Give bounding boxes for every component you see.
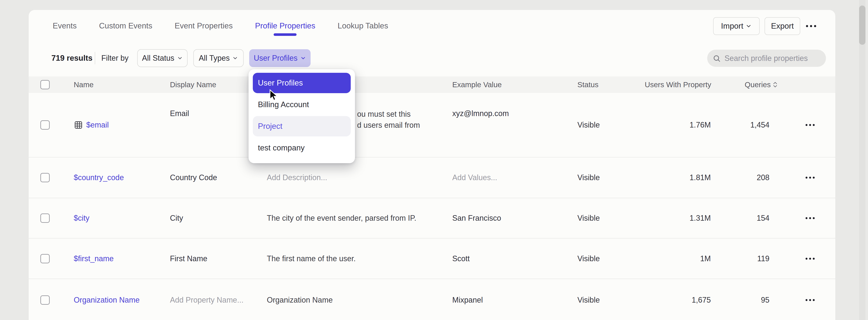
dropdown-item-test-company[interactable]: test company xyxy=(253,138,351,158)
select-all-checkbox[interactable] xyxy=(40,80,50,89)
search-input[interactable] xyxy=(724,54,820,63)
display-name-cell[interactable]: Add Property Name... xyxy=(170,295,243,305)
users-with-property-value: 1M xyxy=(700,254,711,263)
display-name-cell[interactable]: City xyxy=(170,214,183,223)
table-row: $city City The city of the event sender,… xyxy=(29,198,835,238)
column-header-example-value[interactable]: Example Value xyxy=(452,80,502,89)
users-with-property-value: 1,675 xyxy=(692,295,711,305)
dropdown-item-billing-account[interactable]: Billing Account xyxy=(253,95,351,115)
status-text: Visible xyxy=(578,254,600,263)
users-with-property-value: 1.76M xyxy=(689,120,711,130)
export-button-label: Export xyxy=(771,22,794,31)
queries-header-label: Queries xyxy=(745,80,771,89)
filter-bar: 719 results Filter by All Status All Typ… xyxy=(29,49,835,67)
profile-type-filter-dropdown[interactable]: User Profiles xyxy=(249,49,311,67)
ellipsis-icon xyxy=(806,299,807,301)
profile-properties-page: EventsCustom EventsEvent PropertiesProfi… xyxy=(0,0,868,320)
type-filter-dropdown[interactable]: All Types xyxy=(193,49,244,67)
status-text: Visible xyxy=(578,295,600,305)
status-text: Visible xyxy=(578,214,600,223)
scrollbar-track[interactable] xyxy=(859,0,865,320)
row-more-button[interactable] xyxy=(802,124,818,126)
column-header-queries[interactable]: Queries xyxy=(745,80,779,89)
dropdown-item-user-profiles[interactable]: User Profiles xyxy=(253,73,351,93)
scrollbar-thumb[interactable] xyxy=(859,5,865,45)
property-name-text: $country_code xyxy=(74,173,124,182)
row-checkbox[interactable] xyxy=(40,295,50,305)
queries-value: 95 xyxy=(761,295,769,305)
status-filter-label: All Status xyxy=(142,54,174,63)
status-filter-dropdown[interactable]: All Status xyxy=(137,49,188,67)
table-row: $email Email ou must set thisd users ema… xyxy=(29,93,835,157)
chevron-down-icon xyxy=(300,55,306,61)
property-name-link[interactable]: $email xyxy=(74,120,109,130)
example-value-cell[interactable]: Add Values... xyxy=(452,173,497,182)
ellipsis-icon xyxy=(806,124,807,126)
row-more-button[interactable] xyxy=(802,258,818,259)
profile-type-filter-label: User Profiles xyxy=(254,54,298,63)
example-value-cell[interactable]: Mixpanel xyxy=(452,295,483,305)
sort-icon xyxy=(772,81,778,88)
table-body: $email Email ou must set thisd users ema… xyxy=(29,93,835,320)
ellipsis-icon xyxy=(806,258,807,259)
description-fragment-line: ou must set this xyxy=(357,109,420,120)
results-count: 719 results xyxy=(52,54,92,63)
display-name-cell[interactable]: First Name xyxy=(170,254,207,263)
display-name-cell[interactable]: Email xyxy=(170,109,189,118)
column-header-users-with-property[interactable]: Users With Property xyxy=(645,80,711,89)
table-row: Organization Name Add Property Name... O… xyxy=(29,279,835,320)
property-name-text: $city xyxy=(74,214,89,223)
users-with-property-value: 1.31M xyxy=(689,214,711,223)
import-button[interactable]: Import xyxy=(713,17,760,35)
description-cell[interactable]: The city of the event sender, parsed fro… xyxy=(267,214,416,223)
description-fragment-line: d users email from xyxy=(357,120,420,131)
description-cell[interactable]: The first name of the user. xyxy=(267,254,355,263)
display-name-cell[interactable]: Country Code xyxy=(170,173,217,182)
import-button-label: Import xyxy=(721,22,743,31)
property-name-text: $email xyxy=(86,120,109,130)
table-grid-icon xyxy=(74,120,83,130)
queries-value: 154 xyxy=(757,214,769,223)
queries-value: 208 xyxy=(757,173,769,182)
table-row: $first_name First Name The first name of… xyxy=(29,238,835,279)
description-cell[interactable]: ou must set thisd users email from xyxy=(357,109,420,131)
row-checkbox[interactable] xyxy=(40,173,50,182)
description-cell[interactable]: Add Description... xyxy=(267,173,327,182)
row-checkbox[interactable] xyxy=(40,213,50,223)
column-header-display-name[interactable]: Display Name xyxy=(170,80,216,89)
chevron-down-icon xyxy=(232,55,238,61)
table-row: $country_code Country Code Add Descripti… xyxy=(29,157,835,198)
ellipsis-icon xyxy=(806,177,807,179)
divider xyxy=(95,52,95,64)
status-text: Visible xyxy=(578,173,600,182)
chevron-down-icon xyxy=(745,23,752,29)
column-header-status[interactable]: Status xyxy=(578,80,598,89)
property-name-link[interactable]: $first_name xyxy=(74,254,114,263)
property-name-link[interactable]: Organization Name xyxy=(74,295,140,305)
type-filter-label: All Types xyxy=(199,54,230,63)
row-more-button[interactable] xyxy=(802,217,818,219)
profile-type-dropdown-menu: User ProfilesBilling AccountProjecttest … xyxy=(249,69,355,163)
table-header: Name Display Name Example Value Status U… xyxy=(29,76,835,93)
search-box xyxy=(707,50,826,67)
property-name-text: Organization Name xyxy=(74,295,140,305)
export-button[interactable]: Export xyxy=(765,17,800,35)
example-value-cell[interactable]: Scott xyxy=(452,254,470,263)
queries-value: 119 xyxy=(757,254,769,263)
row-checkbox[interactable] xyxy=(40,120,50,130)
dropdown-item-project[interactable]: Project xyxy=(253,116,351,136)
example-value-cell[interactable]: xyz@lmnop.com xyxy=(452,109,509,118)
property-name-link[interactable]: $country_code xyxy=(74,173,124,182)
chevron-down-icon xyxy=(177,55,183,61)
example-value-cell[interactable]: San Francisco xyxy=(452,214,501,223)
top-toolbar: Import Export xyxy=(29,10,835,42)
content-card: EventsCustom EventsEvent PropertiesProfi… xyxy=(29,10,835,320)
property-name-link[interactable]: $city xyxy=(74,214,89,223)
description-cell[interactable]: Organization Name xyxy=(267,295,333,305)
row-more-button[interactable] xyxy=(802,299,818,301)
column-header-name[interactable]: Name xyxy=(74,80,93,89)
row-more-button[interactable] xyxy=(802,177,818,179)
more-options-button[interactable] xyxy=(799,17,823,35)
row-checkbox[interactable] xyxy=(40,254,50,263)
users-with-property-value: 1.81M xyxy=(689,173,711,182)
